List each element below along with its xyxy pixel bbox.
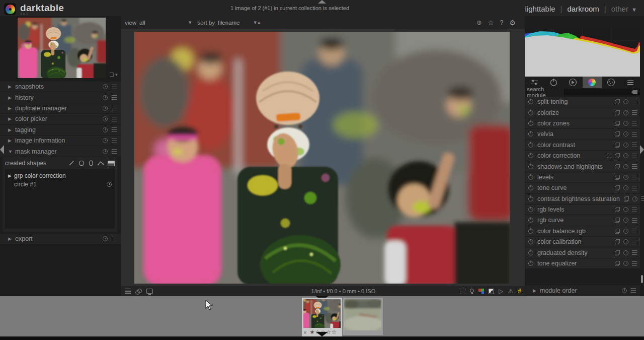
reject-icon[interactable]: × (303, 329, 306, 335)
multi-instance-icon[interactable] (615, 175, 620, 180)
presets-icon[interactable] (632, 110, 637, 115)
presets-icon[interactable] (632, 175, 637, 179)
reset-icon[interactable] (622, 288, 627, 293)
help-icon[interactable]: ? (500, 20, 504, 26)
reset-icon[interactable] (623, 218, 628, 223)
power-icon[interactable] (528, 185, 533, 190)
tab-base-group[interactable] (563, 77, 582, 88)
panel-module-order[interactable]: ▶ module order (525, 286, 640, 296)
module-search-input[interactable] (564, 89, 640, 95)
reset-icon[interactable] (623, 261, 628, 266)
power-icon[interactable] (528, 121, 533, 126)
view-darkroom[interactable]: darkroom (567, 5, 599, 13)
reset-icon[interactable] (623, 153, 628, 158)
tab-color-group[interactable] (583, 77, 602, 88)
panel-mask-manager[interactable]: ▼ mask manager (0, 146, 121, 157)
path-tool-icon[interactable] (98, 160, 104, 166)
reset-icon[interactable] (103, 106, 108, 111)
overexposure-icon[interactable] (489, 289, 494, 294)
navigation-preview[interactable] (18, 18, 106, 78)
reset-icon[interactable] (623, 175, 628, 180)
presets-icon[interactable] (632, 229, 637, 233)
shape-item-row[interactable]: circle #1 (8, 180, 112, 188)
filmstrip-collapse-handle[interactable] (316, 332, 328, 336)
power-icon[interactable] (528, 110, 533, 115)
tab-presets-menu[interactable] (621, 77, 640, 88)
focus-peaking-icon[interactable] (460, 289, 465, 294)
module-rgb-curve[interactable]: rgb curve (525, 215, 640, 226)
histogram[interactable] (525, 29, 640, 77)
chevron-down-icon[interactable]: ▾ (189, 19, 192, 26)
reset-icon[interactable] (103, 149, 108, 154)
shape-group-row[interactable]: ▶ grp color correction (8, 171, 112, 180)
panel-image-information[interactable]: ▶ image information (0, 135, 121, 146)
module-graduated-density[interactable]: graduated density (525, 247, 640, 258)
guides-icon[interactable]: # (518, 288, 521, 295)
presets-icon[interactable] (631, 288, 636, 293)
multi-instance-icon[interactable] (615, 121, 620, 126)
multi-instance-icon[interactable] (615, 131, 620, 137)
power-icon[interactable] (528, 131, 533, 137)
brush-tool-icon[interactable] (68, 160, 75, 166)
view-other-dropdown[interactable]: other ▼ (611, 5, 637, 13)
reset-icon[interactable] (623, 164, 628, 169)
presets-icon[interactable] (632, 261, 637, 266)
module-color-balance-rgb[interactable]: color balance rgb (525, 226, 640, 237)
presets-icon[interactable] (112, 149, 117, 154)
panel-color-picker[interactable]: ▶ color picker (0, 114, 121, 124)
reset-icon[interactable] (623, 185, 628, 190)
circle-tool-icon[interactable] (78, 160, 85, 166)
module-levels[interactable]: levels (525, 172, 640, 183)
multi-instance-icon[interactable] (615, 164, 620, 169)
filmstrip-thumbnail-selected[interactable]: × ★☆☆☆☆ (302, 298, 342, 336)
power-icon[interactable] (528, 164, 533, 169)
presets-icon[interactable] (632, 164, 637, 169)
view-lighttable[interactable]: lighttable (525, 5, 555, 13)
power-icon[interactable] (528, 239, 533, 244)
power-icon[interactable] (528, 261, 533, 266)
power-icon[interactable] (528, 250, 533, 255)
panel-export[interactable]: ▶ export (0, 234, 121, 244)
multi-instance-icon[interactable] (615, 143, 620, 148)
power-icon[interactable] (528, 229, 533, 234)
reset-icon[interactable] (623, 99, 628, 104)
presets-icon[interactable] (112, 95, 117, 100)
ellipse-tool-icon[interactable] (88, 160, 94, 166)
sort-direction-icon[interactable]: ▴ (258, 19, 261, 26)
power-icon[interactable] (528, 99, 533, 104)
panel-tagging[interactable]: ▶ tagging (0, 125, 121, 135)
power-icon[interactable] (528, 218, 533, 223)
presets-icon[interactable] (112, 117, 117, 121)
multi-instance-icon[interactable] (615, 261, 620, 266)
module-colorize[interactable]: colorize (525, 107, 640, 118)
multi-instance-icon[interactable] (624, 196, 629, 201)
presets-icon[interactable] (632, 121, 637, 125)
module-tone-equalizer[interactable]: tone equalizer (525, 258, 640, 269)
chevron-down-icon[interactable]: ▾ (254, 19, 257, 26)
multi-instance-icon[interactable] (615, 207, 620, 212)
second-window-icon[interactable] (146, 289, 153, 294)
history-view-dropdown[interactable]: view all (125, 20, 188, 26)
left-panel-collapse-handle[interactable] (0, 145, 4, 154)
presets-icon[interactable] (632, 250, 637, 255)
reset-icon[interactable] (623, 250, 628, 255)
presets-icon[interactable] (632, 100, 637, 104)
zoom-level-control[interactable]: ▾ (110, 72, 118, 77)
main-image[interactable] (134, 32, 510, 284)
presets-icon[interactable] (112, 139, 117, 143)
reset-icon[interactable] (103, 127, 108, 132)
power-icon[interactable] (528, 196, 533, 201)
reset-icon[interactable] (623, 207, 628, 212)
presets-icon[interactable] (632, 218, 637, 223)
reset-icon[interactable] (623, 143, 628, 148)
reset-icon[interactable] (623, 229, 628, 234)
filmstrip-options-icon[interactable] (125, 289, 131, 294)
panel-history[interactable]: ▶ history (0, 92, 121, 103)
power-icon[interactable] (528, 153, 533, 158)
presets-icon[interactable] (112, 106, 117, 110)
multi-instance-icon[interactable] (615, 110, 620, 115)
reset-icon[interactable] (623, 121, 628, 126)
reset-icon[interactable] (103, 138, 108, 143)
darkroom-canvas[interactable] (121, 29, 525, 286)
power-icon[interactable] (528, 207, 533, 212)
